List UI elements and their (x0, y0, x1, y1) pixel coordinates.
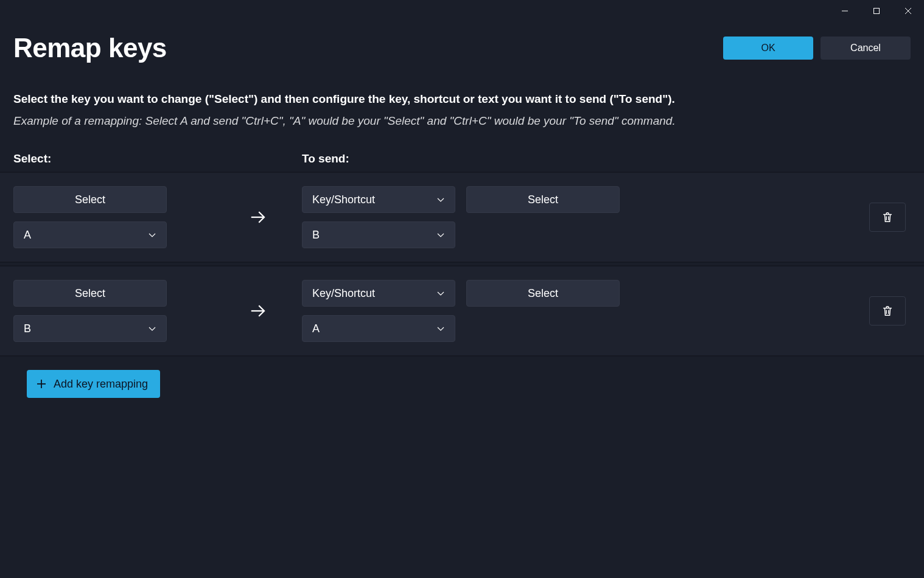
page-title: Remap keys (13, 33, 167, 63)
tosend-key-dropdown[interactable]: A (302, 315, 455, 342)
arrow-right-icon (249, 208, 267, 226)
add-remapping-button[interactable]: Add key remapping (27, 370, 160, 398)
select-column-header: Select: (13, 152, 302, 165)
arrow-column (214, 208, 302, 226)
tosend-stack: Key/Shortcut A (302, 280, 455, 342)
arrow-right-icon (249, 302, 267, 320)
chevron-down-icon (436, 324, 445, 333)
maximize-icon (873, 7, 880, 15)
select-key-dropdown[interactable]: B (13, 315, 167, 342)
add-button-row: Add key remapping (13, 357, 911, 411)
minimize-button[interactable] (829, 0, 861, 22)
titlebar (0, 0, 924, 22)
chevron-down-icon (148, 231, 156, 239)
chevron-down-icon (436, 231, 445, 239)
delete-column (869, 296, 911, 326)
chevron-down-icon (148, 324, 156, 333)
close-icon (905, 7, 912, 15)
select-key-value: A (24, 229, 31, 242)
maximize-button[interactable] (861, 0, 892, 22)
select-key-button[interactable]: Select (13, 186, 167, 213)
trash-icon (881, 304, 894, 318)
tosend-mode-value: Key/Shortcut (312, 287, 375, 300)
chevron-down-icon (436, 289, 445, 298)
tosend-key-value: B (312, 229, 320, 242)
tosend-key-dropdown[interactable]: B (302, 221, 455, 248)
delete-row-button[interactable] (869, 203, 906, 232)
cancel-button[interactable]: Cancel (821, 37, 911, 60)
tosend-select-button[interactable]: Select (466, 186, 620, 213)
svg-rect-1 (874, 9, 880, 14)
remap-rows: Select A Key/Shortcut B (0, 172, 924, 357)
delete-column (869, 203, 911, 232)
arrow-column (214, 302, 302, 320)
header-row: Remap keys OK Cancel (13, 33, 911, 63)
tosend-select-button[interactable]: Select (466, 280, 620, 307)
ok-button[interactable]: OK (723, 37, 813, 60)
action-buttons: OK Cancel (723, 37, 911, 60)
instruction-text: Select the key you want to change ("Sele… (13, 92, 911, 106)
tosend-mode-dropdown[interactable]: Key/Shortcut (302, 280, 455, 307)
tosend-column-header: To send: (302, 152, 911, 165)
remap-row: Select A Key/Shortcut B (0, 172, 924, 263)
plus-icon (35, 378, 47, 390)
delete-row-button[interactable] (869, 296, 906, 326)
remap-row: Select B Key/Shortcut A (0, 265, 924, 357)
select-key-value: B (24, 322, 31, 335)
tosend-column: Key/Shortcut A Select (302, 280, 869, 342)
tosend-mode-dropdown[interactable]: Key/Shortcut (302, 186, 455, 213)
tosend-column: Key/Shortcut B Select (302, 186, 869, 248)
example-text: Example of a remapping: Select A and sen… (13, 114, 911, 128)
column-headers: Select: To send: (13, 152, 911, 165)
close-button[interactable] (892, 0, 924, 22)
add-remapping-label: Add key remapping (54, 378, 148, 391)
select-key-button[interactable]: Select (13, 280, 167, 307)
main-content: Remap keys OK Cancel Select the key you … (0, 22, 924, 411)
trash-icon (881, 211, 894, 224)
tosend-mode-value: Key/Shortcut (312, 193, 375, 206)
tosend-stack: Key/Shortcut B (302, 186, 455, 248)
select-key-dropdown[interactable]: A (13, 221, 167, 248)
select-column: Select A (13, 186, 214, 248)
tosend-key-value: A (312, 322, 320, 335)
select-column: Select B (13, 280, 214, 342)
chevron-down-icon (436, 195, 445, 204)
minimize-icon (841, 7, 849, 15)
